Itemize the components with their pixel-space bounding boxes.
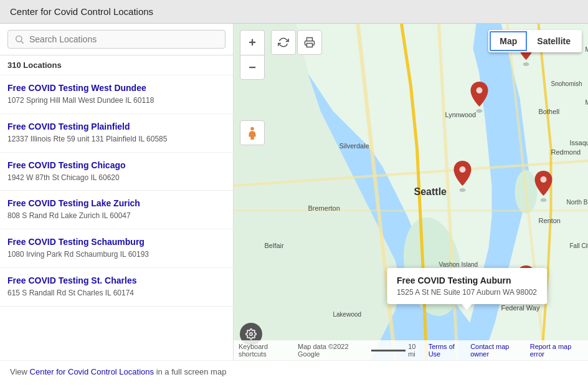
map-area[interactable]: Seattle Bothell Redmond Renton Kent Fede…: [234, 24, 588, 360]
location-name: Free COVID Testing St. Charles: [7, 275, 225, 285]
svg-point-35: [477, 87, 483, 93]
svg-point-32: [523, 62, 529, 66]
location-address: 808 S Rand Rd Lake Zurich IL 60047: [7, 211, 225, 221]
map-footer: Keyboard shortcuts Map data ©2022 Google…: [234, 340, 588, 360]
location-name: Free COVID Testing Chicago: [7, 160, 225, 170]
svg-text:Silverdale: Silverdale: [339, 142, 369, 150]
map-type-map-button[interactable]: Map: [490, 31, 527, 51]
map-action-buttons: [271, 30, 322, 55]
list-item[interactable]: Free COVID Testing Chicago 1942 W 87th S…: [0, 153, 233, 191]
location-name: Free COVID Testing West Dundee: [7, 83, 225, 93]
svg-point-0: [16, 36, 22, 42]
zoom-in-button[interactable]: +: [240, 30, 265, 55]
svg-text:Snohomish: Snohomish: [551, 80, 582, 87]
svg-text:Vashon Island: Vashon Island: [439, 261, 478, 268]
location-name: Free COVID Testing Schaumburg: [7, 237, 225, 247]
svg-text:Seattle: Seattle: [414, 186, 447, 197]
terms-of-use-link[interactable]: Terms of Use: [429, 343, 465, 358]
list-item[interactable]: Free COVID Testing West Dundee 1072 Spri…: [0, 75, 233, 114]
location-address: 1942 W 87th St Chicago IL 60620: [7, 173, 225, 183]
map-popup: Free COVID Testing Auburn 1525 A St NE S…: [387, 268, 547, 304]
map-data-label: Map data ©2022 Google: [298, 343, 366, 358]
svg-point-44: [250, 333, 253, 336]
svg-text:North Bend: North Bend: [567, 199, 589, 206]
gear-icon: [245, 328, 257, 340]
popup-title: Free COVID Testing Auburn: [397, 275, 537, 285]
map-type-controls: Map Satellite: [488, 30, 582, 52]
search-input[interactable]: [29, 34, 219, 44]
report-map-error-link[interactable]: Report a map error: [530, 343, 583, 358]
location-list[interactable]: Free COVID Testing West Dundee 1072 Spri…: [0, 75, 233, 360]
map-background: Seattle Bothell Redmond Renton Kent Fede…: [234, 24, 588, 360]
svg-point-34: [477, 109, 483, 113]
footer-fullscreen-text: in a full screen map: [156, 367, 227, 376]
person-icon: [245, 126, 259, 140]
refresh-button[interactable]: [271, 30, 296, 55]
svg-text:Lakewood: Lakewood: [333, 311, 362, 318]
map-svg: Seattle Bothell Redmond Renton Kent Fede…: [234, 24, 588, 360]
svg-text:Lynnwood: Lynnwood: [445, 111, 477, 118]
print-button[interactable]: [297, 30, 322, 55]
search-bar: [0, 24, 233, 55]
svg-text:Fall City: Fall City: [570, 242, 589, 249]
app-title: Center for Covid Control Locations: [0, 0, 588, 24]
main-layout: 310 Locations Free COVID Testing West Du…: [0, 24, 588, 360]
print-icon: [304, 37, 315, 48]
popup-address: 1525 A St NE Suite 107 Auburn WA 98002: [397, 288, 537, 297]
svg-point-36: [460, 188, 466, 192]
svg-text:Belfair: Belfair: [265, 242, 285, 249]
svg-text:Bothell: Bothell: [539, 108, 560, 115]
footer-fullscreen-link[interactable]: Center for Covid Control Locations: [30, 367, 154, 376]
location-address: 12337 Illinois Rte 59 unit 131 Plainfiel…: [7, 134, 225, 145]
pegman-button[interactable]: [240, 120, 265, 145]
svg-point-43: [250, 127, 254, 131]
svg-text:Renton: Renton: [539, 217, 561, 224]
keyboard-shortcuts-link[interactable]: Keyboard shortcuts: [239, 343, 293, 358]
list-item[interactable]: Free COVID Testing Schaumburg 1080 Irvin…: [0, 229, 233, 268]
contact-map-owner-link[interactable]: Contact map owner: [470, 343, 525, 358]
refresh-icon: [278, 37, 289, 48]
svg-text:Issaquah: Issaquah: [570, 139, 589, 146]
svg-text:Bremerton: Bremerton: [308, 204, 340, 212]
map-type-satellite-button[interactable]: Satellite: [527, 31, 581, 51]
footer-view-text: View: [10, 367, 27, 376]
zoom-out-button[interactable]: −: [240, 55, 265, 80]
list-item[interactable]: Free COVID Testing St. Charles 615 S Ran…: [0, 268, 233, 307]
location-address: 1080 Irving Park Rd Schaumburg IL 60193: [7, 249, 225, 260]
svg-rect-42: [307, 44, 313, 47]
svg-text:Monroe: Monroe: [586, 99, 589, 106]
location-address: 1072 Spring Hill Mall West Dundee IL 601…: [7, 95, 225, 106]
page-footer: View Center for Covid Control Locations …: [0, 360, 588, 383]
zoom-controls: + −: [240, 30, 265, 80]
svg-point-37: [460, 166, 466, 173]
svg-point-39: [541, 176, 547, 183]
list-item[interactable]: Free COVID Testing Plainfield 12337 Illi…: [0, 114, 233, 153]
svg-text:Redmond: Redmond: [551, 148, 581, 156]
list-item[interactable]: Free COVID Testing Lake Zurich 808 S Ran…: [0, 191, 233, 229]
location-count: 310 Locations: [0, 55, 233, 75]
search-input-wrapper: [7, 30, 225, 49]
scale-bar: 10 mi: [371, 343, 423, 358]
svg-line-1: [21, 41, 24, 44]
svg-text:Federal Way: Federal Way: [501, 304, 540, 312]
location-name: Free COVID Testing Plainfield: [7, 122, 225, 131]
location-address: 615 S Randall Rd St Charles IL 60174: [7, 288, 225, 299]
search-icon: [14, 34, 24, 44]
sidebar: 310 Locations Free COVID Testing West Du…: [0, 24, 234, 360]
svg-point-38: [541, 198, 547, 202]
svg-text:Marysville: Marysville: [586, 46, 589, 53]
location-name: Free COVID Testing Lake Zurich: [7, 198, 225, 208]
